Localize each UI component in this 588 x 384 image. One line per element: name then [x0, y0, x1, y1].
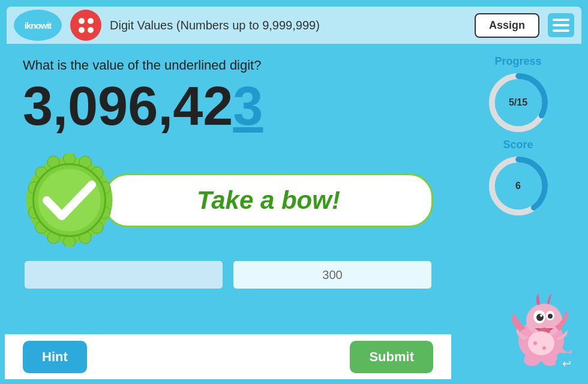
activity-title: Digit Values (Numbers up to 9,999,999)	[110, 19, 466, 32]
svg-point-30	[524, 354, 541, 366]
svg-point-25	[536, 314, 544, 321]
svg-point-8	[64, 236, 76, 247]
dot	[88, 18, 94, 24]
left-panel: What is the value of the underlined digi…	[5, 46, 451, 379]
mascot	[502, 283, 580, 361]
progress-value: 5/15	[509, 97, 527, 108]
svg-point-33	[542, 346, 546, 350]
menu-button[interactable]	[548, 13, 574, 37]
question-text: What is the value of the underlined digi…	[23, 58, 433, 73]
header: iknowit Digit Values (Numbers up to 9,99…	[5, 5, 583, 46]
content-body: What is the value of the underlined digi…	[5, 46, 583, 379]
number-blue-part: 3	[233, 79, 263, 133]
svg-point-32	[533, 341, 537, 345]
menu-line-2	[553, 24, 569, 26]
hint-button[interactable]: Hint	[23, 341, 87, 373]
progress-donut: 5/15	[488, 73, 548, 133]
correct-overlay: Take a bow!	[23, 154, 433, 247]
score-value: 6	[515, 181, 521, 191]
svg-point-27	[540, 314, 542, 317]
menu-line-1	[553, 19, 569, 21]
assign-button[interactable]: Assign	[475, 13, 539, 38]
dice-icon	[70, 10, 101, 41]
svg-point-26	[548, 314, 553, 319]
svg-point-29	[528, 331, 554, 355]
dot	[88, 27, 94, 33]
correct-badge	[23, 154, 116, 247]
menu-line-3	[553, 29, 569, 32]
logo: iknowit	[14, 10, 62, 41]
submit-button[interactable]: Submit	[350, 341, 433, 373]
answer-value: 300	[322, 268, 342, 282]
number-black-part: 3,096,42	[23, 79, 233, 133]
badge-svg	[23, 154, 116, 247]
score-title: Score	[503, 139, 533, 151]
answer-box-2[interactable]: 300	[232, 259, 433, 290]
question-area: What is the value of the underlined digi…	[5, 46, 451, 334]
number-display: 3,096,423	[23, 79, 433, 133]
feedback-text: Take a bow!	[197, 186, 340, 215]
back-button[interactable]: ↩	[556, 353, 577, 374]
dot	[79, 27, 85, 33]
right-panel: Progress 5/15 Score 6	[451, 46, 583, 379]
answer-area: 300	[23, 259, 433, 290]
progress-title: Progress	[494, 55, 541, 68]
bottom-buttons: Hint Submit	[5, 334, 451, 379]
dot	[79, 18, 85, 24]
app-container: iknowit Digit Values (Numbers up to 9,99…	[0, 0, 588, 384]
feedback-box: Take a bow!	[104, 173, 433, 227]
score-donut: 6	[488, 156, 548, 216]
svg-point-1	[64, 154, 76, 164]
answer-box-1[interactable]	[23, 259, 224, 290]
dice-dots	[75, 14, 97, 37]
logo-text: iknowit	[25, 20, 52, 31]
back-icon: ↩	[562, 357, 571, 370]
